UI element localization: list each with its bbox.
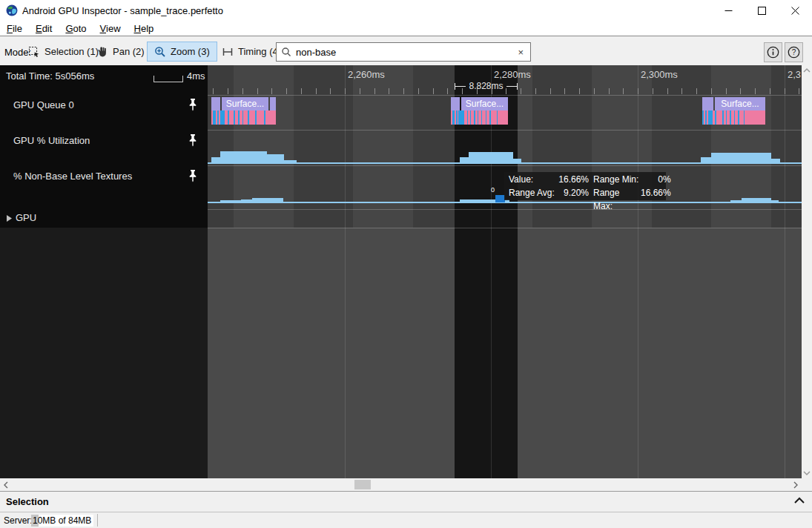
maximize-icon <box>758 7 766 15</box>
search-input[interactable] <box>296 47 515 58</box>
help-button[interactable]: ? <box>785 42 803 62</box>
scale-label: 4ms <box>187 70 205 82</box>
ruler-tick <box>755 88 756 94</box>
queue-slice[interactable] <box>265 110 276 125</box>
surface-slice[interactable] <box>451 97 460 110</box>
ruler-tick <box>726 88 727 94</box>
ruler-tick <box>770 88 770 94</box>
timeline-area[interactable]: 2,260ms2,280ms2,300ms2,3 8.828ms Total T… <box>0 65 802 478</box>
info-button[interactable] <box>764 42 782 62</box>
mode-button-zoom[interactable]: Zoom (3) <box>147 42 217 62</box>
utilization-step <box>211 157 220 163</box>
selection-panel-header[interactable] <box>0 491 812 512</box>
time-selection-highlight <box>455 65 518 478</box>
surface-slice[interactable]: Surface... <box>222 97 268 110</box>
tooltip-range-avg-label: Range Avg: <box>509 186 555 213</box>
info-icon <box>767 46 779 59</box>
mode-button-label: Timing (4) <box>238 46 281 57</box>
ruler-tick <box>360 88 360 94</box>
queue-slice[interactable] <box>491 110 497 125</box>
time-gridline <box>345 65 346 478</box>
window-title: Android GPU Inspector - sample_trace.per… <box>22 5 223 16</box>
scroll-left-icon[interactable] <box>3 481 9 489</box>
track-label-gpu-utilization[interactable]: GPU % Utilization <box>13 135 90 146</box>
track-separator <box>208 130 802 131</box>
horizontal-scrollbar[interactable] <box>0 478 812 491</box>
utilization-step <box>284 160 297 163</box>
queue-slice[interactable] <box>257 110 264 125</box>
track-label-gpu-queue-0[interactable]: GPU Queue 0 <box>13 99 74 110</box>
tooltip-range-avg: 9.20% <box>555 186 589 213</box>
queue-slice[interactable] <box>458 110 464 125</box>
vertical-scrollbar[interactable] <box>802 65 812 478</box>
pin-icon[interactable] <box>188 98 198 112</box>
timeline-band <box>208 65 234 228</box>
queue-slice[interactable] <box>745 110 765 125</box>
surface-slice[interactable]: Surface... <box>715 97 765 110</box>
search-clear-button[interactable]: × <box>515 47 526 58</box>
time-gridline <box>638 65 638 478</box>
pin-icon[interactable] <box>188 133 198 148</box>
surface-slice[interactable] <box>211 97 220 110</box>
track-separator <box>208 165 802 166</box>
ruler-tick <box>653 88 653 94</box>
utilization-step <box>771 159 780 163</box>
utilization-step <box>701 157 711 163</box>
tooltip-range-min-label: Range Min: <box>589 173 641 186</box>
selection-panel-title: Selection <box>6 496 49 507</box>
ruler-tick <box>550 88 551 94</box>
time-gridline <box>491 65 492 478</box>
pin-icon[interactable] <box>188 169 198 183</box>
server-memory-text: 10MB of 84MB <box>33 515 91 526</box>
surface-slice[interactable] <box>702 97 713 110</box>
menu-help[interactable]: Help <box>128 23 161 34</box>
scroll-up-icon[interactable] <box>803 67 811 73</box>
menu-bar: FileEditGotoViewHelp <box>0 21 812 36</box>
ruler-tick <box>374 88 375 94</box>
menu-goto[interactable]: Goto <box>59 23 93 34</box>
ruler-tick <box>667 88 668 94</box>
ruler-tick <box>785 88 785 94</box>
tooltip-range-max-label: Range Max: <box>589 186 641 213</box>
queue-slice[interactable] <box>249 110 255 125</box>
time-axis-label: 2,280ms <box>494 69 531 80</box>
ruler-tick <box>696 88 697 94</box>
ruler-tick <box>535 88 536 94</box>
ruler-tick <box>345 88 346 94</box>
queue-slice[interactable] <box>498 110 508 125</box>
queue-slice[interactable] <box>716 110 722 125</box>
ruler-tick <box>521 88 521 94</box>
close-icon <box>791 7 799 15</box>
surface-slice[interactable]: Surface... <box>461 97 508 110</box>
minimize-button[interactable] <box>712 0 745 21</box>
surface-slice[interactable] <box>270 97 276 110</box>
search-icon <box>281 47 291 57</box>
ruler-tick <box>564 88 565 94</box>
menu-file[interactable]: File <box>0 23 29 34</box>
scroll-down-icon[interactable] <box>803 470 811 476</box>
time-axis-label: 2,3 <box>788 69 801 80</box>
maximize-button[interactable] <box>745 0 779 21</box>
menu-edit[interactable]: Edit <box>29 23 59 34</box>
mode-button-pan[interactable]: Pan (2) <box>89 42 152 62</box>
track-separator <box>208 228 802 228</box>
utilization-step <box>469 152 513 163</box>
ruler-tick <box>271 88 272 94</box>
utilization-step <box>267 154 284 163</box>
title-bar: Android GPU Inspector - sample_trace.per… <box>0 0 812 21</box>
ruler-tick <box>257 88 258 94</box>
ruler-tick <box>711 88 712 94</box>
collapse-chevron-icon[interactable] <box>793 497 805 504</box>
close-button[interactable] <box>779 0 812 21</box>
scrollbar-thumb[interactable] <box>354 480 371 489</box>
ruler-tick <box>623 88 624 94</box>
ruler-tick <box>447 88 448 94</box>
nonbase-step <box>241 199 252 202</box>
svg-text:?: ? <box>792 48 796 56</box>
gpu-group-row[interactable]: GPU <box>16 212 36 223</box>
scroll-right-icon[interactable] <box>793 481 799 489</box>
track-label-nonbase-textures[interactable]: % Non-Base Level Textures <box>13 171 132 182</box>
nonbase-step <box>460 199 495 202</box>
menu-view[interactable]: View <box>93 23 128 34</box>
expand-arrow-icon[interactable] <box>7 215 12 222</box>
